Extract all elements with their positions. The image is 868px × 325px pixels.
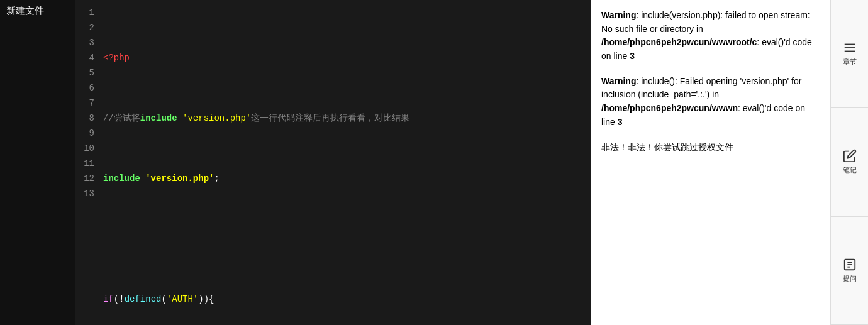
code-line-4 — [103, 231, 586, 246]
warning-line-2: 3 — [618, 117, 623, 127]
warning-block-1: Warning: include(version.php): failed to… — [601, 9, 820, 63]
warning-label-2: Warning — [601, 76, 636, 86]
warning-text-2: Warning: include(): Failed opening 'vers… — [601, 76, 805, 127]
pencil-icon — [843, 149, 857, 163]
warning-block-2: Warning: include(): Failed opening 'vers… — [601, 75, 820, 129]
chapter-label: 章节 — [843, 57, 857, 67]
code-editor: 1 2 3 4 5 6 7 8 9 10 11 12 13 <?php //尝试… — [75, 0, 591, 325]
icon-sidebar: 章节 笔记 提问 — [830, 0, 868, 325]
right-panel: Warning: include(version.php): failed to… — [591, 0, 868, 325]
code-line-1: <?php — [103, 50, 586, 65]
warning-line-1: 3 — [630, 51, 635, 61]
include-string: 'version.php' — [145, 171, 214, 186]
notes-button[interactable]: 笔记 — [831, 108, 868, 216]
auth-string: 'AUTH' — [167, 292, 198, 307]
illegal-output-text: 非法！非法！你尝试跳过授权文件 — [601, 141, 820, 155]
code-line-3: include 'version.php' ; — [103, 171, 586, 186]
if-keyword: if — [103, 292, 114, 307]
warning-text-1: Warning: include(version.php): failed to… — [601, 10, 812, 61]
notes-label: 笔记 — [843, 165, 857, 175]
question-icon — [843, 258, 857, 272]
chapter-button[interactable]: 章节 — [831, 0, 868, 108]
warning-label-1: Warning — [601, 10, 636, 20]
include-keyword: include — [103, 171, 140, 186]
php-open-tag: <?php — [103, 50, 130, 65]
line-numbers: 1 2 3 4 5 6 7 8 9 10 11 12 13 — [75, 3, 98, 325]
warning-path-2: /home/phpcn6peh2pwcun/wwwn — [601, 103, 738, 113]
code-line-2: //尝试将include 'version.php'这一行代码注释后再执行看看，… — [103, 111, 586, 126]
output-area: Warning: include(version.php): failed to… — [591, 0, 830, 325]
code-line-5: if (! defined ( 'AUTH' )){ — [103, 292, 586, 307]
defined-func: defined — [125, 292, 162, 307]
question-button[interactable]: 提问 — [831, 217, 868, 325]
warning-path-1: /home/phpcn6peh2pwcun/wwwroot/c — [601, 37, 757, 47]
title-bar: 新建文件 — [0, 0, 75, 325]
question-label: 提问 — [843, 274, 857, 284]
code-lines[interactable]: <?php //尝试将include 'version.php'这一行代码注释后… — [98, 3, 591, 325]
comment-line-2: //尝试将include 'version.php'这一行代码注释后再执行看看，… — [103, 111, 409, 126]
list-icon — [843, 41, 857, 55]
file-title: 新建文件 — [6, 5, 44, 16]
